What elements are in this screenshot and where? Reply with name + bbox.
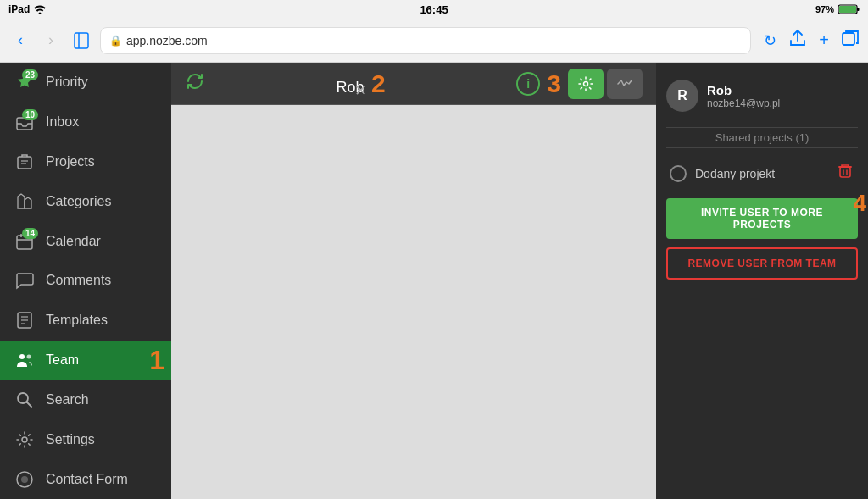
sidebar-item-comments[interactable]: Comments (0, 261, 171, 301)
forward-button[interactable]: › (39, 29, 63, 53)
comments-icon (14, 269, 36, 291)
sidebar-item-calendar[interactable]: 14 Calendar (0, 221, 171, 261)
svg-point-25 (584, 81, 588, 86)
content-title-area: ✕ Rob 2 (215, 69, 506, 98)
templates-label: Templates (46, 313, 108, 328)
calendar-label: Calendar (46, 234, 101, 249)
ipad-label: iPad (8, 3, 30, 15)
content-topbar-right: i 3 (516, 69, 643, 99)
battery-icon (838, 4, 860, 14)
user-avatar: R (666, 80, 698, 112)
gear-tab-icon (578, 76, 593, 91)
activity-tab-icon (617, 76, 632, 91)
templates-icon-svg (15, 311, 34, 330)
sidebar-item-contact-form[interactable]: Contact Form (0, 459, 171, 499)
search-label: Search (46, 392, 89, 408)
svg-rect-7 (18, 157, 31, 169)
project-circle (670, 165, 687, 182)
svg-rect-2 (839, 6, 856, 13)
inbox-badge: 10 (22, 109, 38, 120)
inbox-label: Inbox (46, 114, 79, 130)
svg-rect-1 (857, 8, 860, 11)
url-text: app.nozbe.com (126, 34, 208, 47)
projects-icon (14, 151, 36, 173)
team-annotation: 1 (149, 347, 164, 374)
svg-point-18 (19, 354, 25, 359)
team-icon (14, 349, 36, 371)
info-button[interactable]: i (516, 72, 540, 96)
trash-icon (836, 162, 854, 180)
bookmarks-button[interactable] (70, 29, 93, 53)
settings-icon-svg (15, 430, 34, 449)
svg-point-24 (21, 476, 28, 483)
sidebar-item-projects[interactable]: Projects (0, 142, 171, 182)
content-topbar: ✕ Rob 2 i 3 (171, 63, 656, 105)
share-button[interactable] (788, 29, 807, 52)
address-bar[interactable]: 🔒 app.nozbe.com (100, 27, 751, 54)
svg-point-19 (27, 355, 31, 359)
settings-label: Settings (46, 432, 95, 447)
categories-icon-svg (15, 192, 34, 211)
sidebar-item-settings[interactable]: Settings (0, 419, 171, 459)
shared-projects-label: Shared projects (1) (666, 127, 858, 148)
remove-user-button[interactable]: REMOVE USER FROM TEAM (666, 247, 858, 280)
tabs-button[interactable] (841, 29, 860, 52)
main-content: ✕ Rob 2 i 3 (171, 63, 656, 499)
contact-form-icon (14, 469, 36, 491)
contact-form-label: Contact Form (46, 472, 128, 487)
wifi-icon (33, 4, 47, 14)
user-panel: R Rob nozbe14@wp.pl Shared projects (1) … (656, 63, 868, 499)
lock-icon: 🔒 (109, 35, 122, 47)
contact-form-icon-svg (15, 470, 34, 489)
user-name: Rob (707, 83, 858, 97)
tabs-icon (841, 29, 860, 47)
invite-user-button[interactable]: INVITE USER TO MORE PROJECTS (666, 198, 858, 239)
priority-label: Priority (46, 75, 88, 90)
status-bar: iPad 16:45 97% (0, 0, 868, 19)
back-button[interactable]: ‹ (8, 29, 32, 53)
close-button[interactable]: ✕ (354, 81, 367, 100)
project-name: Dodany projekt (695, 167, 775, 180)
search-icon (14, 389, 36, 411)
project-row-left: Dodany projekt (670, 165, 775, 182)
projects-label: Projects (46, 154, 95, 169)
categories-icon (14, 191, 36, 213)
annotation-3: 3 (547, 69, 561, 98)
content-body (171, 105, 656, 499)
invite-button-wrapper: INVITE USER TO MORE PROJECTS 4 (666, 198, 858, 239)
delete-project-button[interactable] (836, 162, 854, 185)
user-info: Rob nozbe14@wp.pl (707, 83, 858, 109)
sidebar-item-categories[interactable]: Categories (0, 181, 171, 221)
sidebar-item-inbox[interactable]: 10 Inbox (0, 103, 171, 142)
comments-label: Comments (46, 273, 111, 288)
project-row: Dodany projekt (666, 157, 858, 190)
sidebar-item-team[interactable]: Team 1 (0, 341, 171, 380)
content-refresh-button[interactable] (185, 71, 205, 96)
book-icon (72, 31, 91, 50)
team-label: Team (46, 352, 79, 368)
sidebar-item-search[interactable]: Search (0, 380, 171, 420)
status-bar-right: 97% (815, 4, 860, 14)
status-bar-time: 16:45 (420, 3, 448, 16)
sidebar-item-templates[interactable]: Templates (0, 301, 171, 341)
user-header: R Rob nozbe14@wp.pl (666, 73, 858, 119)
tab-settings-button[interactable] (568, 69, 604, 99)
calendar-badge: 14 (22, 228, 38, 239)
user-email: nozbe14@wp.pl (707, 97, 858, 109)
comments-icon-svg (15, 271, 34, 290)
title-annotation-2: 2 (371, 69, 386, 97)
browser-chrome: ‹ › 🔒 app.nozbe.com ↻ + (0, 19, 868, 63)
info-icon: i (526, 77, 530, 91)
status-bar-left: iPad (8, 3, 47, 15)
settings-icon (14, 429, 36, 451)
categories-label: Categories (46, 194, 111, 209)
sidebar-item-priority[interactable]: 23 Priority (0, 63, 171, 103)
search-icon-svg (15, 391, 34, 409)
templates-icon (14, 309, 36, 331)
svg-point-22 (22, 437, 27, 442)
tab-activity-button[interactable] (607, 69, 643, 99)
reload-button[interactable]: ↻ (758, 29, 782, 53)
app-container: 23 Priority 10 Inbox (0, 63, 868, 499)
invite-annotation-4: 4 (853, 190, 866, 217)
new-tab-button[interactable]: + (819, 30, 829, 50)
